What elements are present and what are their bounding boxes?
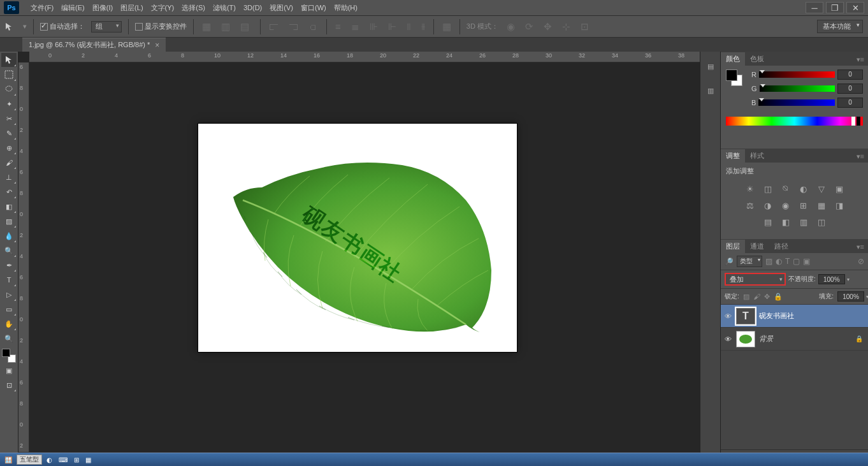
show-transform-checkbox[interactable]: 显示变换控件	[135, 22, 187, 31]
color-swatches[interactable]	[2, 349, 16, 363]
exposure-icon[interactable]: ◐	[798, 184, 809, 194]
menu-window[interactable]: 窗口(W)	[297, 0, 330, 15]
workspace-switcher[interactable]: 基本功能	[817, 20, 863, 33]
red-slider[interactable]	[759, 71, 835, 78]
brightness-icon[interactable]: ☀	[744, 184, 756, 194]
levels-icon[interactable]: ◫	[762, 184, 774, 194]
heal-tool[interactable]: ⊕	[1, 141, 17, 155]
lasso-tool[interactable]	[1, 82, 17, 96]
channels-tab[interactable]: 通道	[745, 240, 769, 253]
red-value[interactable]: 0	[837, 69, 863, 80]
taskbar-icon[interactable]: ▦	[83, 455, 93, 465]
menu-text[interactable]: 文字(Y)	[147, 0, 178, 15]
filter-shape-icon[interactable]: ▢	[793, 257, 800, 266]
taskbar-icon[interactable]: 🪟	[3, 455, 14, 465]
styles-tab[interactable]: 样式	[745, 149, 769, 163]
layer-row[interactable]: 👁 背景 🔒	[721, 328, 868, 351]
taskbar-icon[interactable]: ⊞	[72, 455, 81, 465]
paths-tab[interactable]: 路径	[769, 240, 793, 253]
close-button[interactable]: ✕	[846, 2, 864, 13]
fill-value[interactable]: 100%	[837, 291, 864, 302]
filter-pixel-icon[interactable]: ▨	[765, 257, 772, 266]
layer-name[interactable]: 背景	[759, 334, 773, 344]
panel-menu-icon[interactable]: ▾≡	[853, 241, 868, 253]
canvas[interactable]: 砚友书画社	[198, 124, 517, 352]
menu-image[interactable]: 图像(I)	[89, 0, 117, 15]
spectrum-picker[interactable]	[726, 117, 863, 126]
gradient-map-icon[interactable]: ▥	[798, 217, 809, 227]
photo-filter-icon[interactable]: ◉	[780, 200, 792, 210]
bw-icon[interactable]: ◑	[762, 200, 774, 210]
minimize-button[interactable]: ─	[806, 2, 823, 13]
document-tab[interactable]: 1.jpg @ 66.7% (砚友书画社, RGB/8#) *×	[22, 38, 166, 52]
ime-indicator[interactable]: 五笔型	[17, 455, 42, 465]
layers-tab[interactable]: 图层	[721, 240, 745, 253]
eraser-tool[interactable]: ◧	[1, 200, 17, 214]
hue-icon[interactable]: ▣	[834, 184, 845, 194]
wand-tool[interactable]: ✦	[1, 97, 17, 111]
filter-toggle[interactable]: ⊘	[858, 257, 864, 266]
threshold-icon[interactable]: ◧	[780, 217, 792, 227]
color-swatch[interactable]	[726, 69, 742, 86]
adjustments-tab[interactable]: 调整	[721, 149, 745, 163]
type-tool[interactable]: T	[1, 273, 17, 287]
path-select-tool[interactable]: ▷	[1, 288, 17, 302]
blue-slider[interactable]	[758, 99, 835, 106]
selective-icon[interactable]: ◫	[816, 217, 827, 227]
menu-edit[interactable]: 编辑(E)	[57, 0, 89, 15]
maximize-button[interactable]: ❐	[826, 2, 844, 13]
auto-select-checkbox[interactable]: 自动选择：	[40, 22, 85, 31]
blend-mode-dropdown[interactable]: 叠加	[725, 273, 786, 286]
vibrance-icon[interactable]: ▽	[816, 184, 827, 194]
marquee-tool[interactable]	[1, 68, 17, 82]
menu-filter[interactable]: 滤镜(T)	[209, 0, 240, 15]
visibility-toggle[interactable]: 👁	[723, 312, 732, 320]
filter-smart-icon[interactable]: ▣	[803, 257, 810, 266]
taskbar-icon[interactable]: ⌨	[57, 455, 69, 465]
opacity-value[interactable]: 100%	[818, 274, 845, 284]
menu-help[interactable]: 帮助(H)	[330, 0, 361, 15]
mixer-icon[interactable]: ⊞	[798, 200, 809, 210]
green-value[interactable]: 0	[837, 84, 863, 94]
lock-all-icon[interactable]: 🔒	[774, 293, 783, 301]
menu-3d[interactable]: 3D(D)	[240, 0, 266, 15]
taskbar-icon[interactable]: ◐	[45, 455, 54, 465]
quickmask-toggle[interactable]: ▣	[1, 363, 17, 377]
screenmode-toggle[interactable]: ⊡	[1, 378, 17, 392]
filter-type-icon[interactable]: T	[785, 257, 790, 266]
panel-menu-icon[interactable]: ▾≡	[853, 54, 868, 66]
menu-file[interactable]: 文件(F)	[27, 0, 57, 15]
visibility-toggle[interactable]: 👁	[723, 335, 732, 343]
pen-tool[interactable]: ✒	[1, 258, 17, 272]
menu-view[interactable]: 视图(V)	[266, 0, 297, 15]
color-tab[interactable]: 颜色	[721, 52, 745, 66]
stamp-tool[interactable]: ⊥	[1, 170, 17, 184]
move-tool[interactable]	[1, 53, 17, 67]
posterize-icon[interactable]: ▤	[762, 217, 774, 227]
balance-icon[interactable]: ⚖	[744, 200, 756, 210]
filter-type-dropdown[interactable]: 类型	[737, 256, 762, 267]
filter-search-icon[interactable]: 🔎	[725, 258, 734, 266]
layer-thumbnail[interactable]	[736, 331, 755, 347]
properties-icon[interactable]: ▥	[704, 85, 717, 96]
swatches-tab[interactable]: 色板	[745, 52, 769, 66]
layer-row[interactable]: 👁 砚友书画社	[721, 305, 868, 328]
zoom-tool[interactable]: 🔍	[1, 331, 17, 346]
auto-select-mode[interactable]: 组	[91, 21, 122, 33]
history-brush-tool[interactable]: ↶	[1, 185, 17, 199]
menu-select[interactable]: 选择(S)	[178, 0, 209, 15]
gradient-tool[interactable]: ▨	[1, 214, 17, 228]
eyedropper-tool[interactable]: ✎	[1, 126, 17, 140]
blur-tool[interactable]: 💧	[1, 229, 17, 243]
menu-layer[interactable]: 图层(L)	[117, 0, 147, 15]
layer-thumbnail[interactable]	[736, 308, 755, 324]
lock-pixels-icon[interactable]: 🖌	[753, 293, 760, 300]
invert-icon[interactable]: ◨	[834, 200, 845, 210]
blue-value[interactable]: 0	[837, 98, 863, 108]
history-icon[interactable]: ▤	[704, 61, 717, 72]
panel-menu-icon[interactable]: ▾≡	[853, 150, 868, 163]
lock-position-icon[interactable]: ✥	[764, 293, 770, 301]
hand-tool[interactable]: ✋	[1, 317, 17, 331]
lut-icon[interactable]: ▦	[816, 200, 827, 210]
dodge-tool[interactable]: 🔍	[1, 244, 17, 258]
